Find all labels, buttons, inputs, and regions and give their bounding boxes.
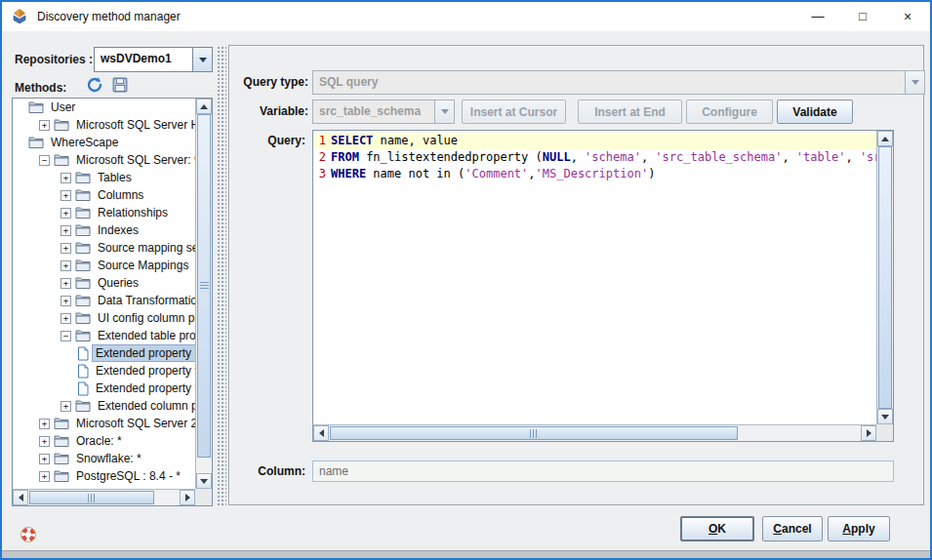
scroll-up-icon[interactable]: [196, 99, 212, 114]
tree-item[interactable]: +Microsoft SQL Server HS: 9: [13, 116, 195, 134]
query-editor[interactable]: 1SELECT name, value2FROM fn_listextended…: [312, 130, 894, 442]
tree-item-label: Microsoft SQL Server 2000: [73, 416, 195, 431]
editor-vscroll-thumb[interactable]: [878, 146, 892, 409]
tree-item[interactable]: +UI config column prope: [13, 309, 195, 327]
collapse-icon[interactable]: −: [39, 155, 50, 166]
repositories-combobox[interactable]: wsDVDemo1: [94, 47, 213, 72]
tree-item[interactable]: −Extended table propert: [13, 327, 195, 344]
tree-item[interactable]: +Snowflake: *: [13, 450, 195, 467]
column-field: name: [312, 460, 894, 482]
tree-item[interactable]: +PostgreSQL : 8.4 - *: [13, 467, 195, 485]
folder-icon: [75, 329, 91, 342]
tree-hscroll-thumb[interactable]: [29, 491, 154, 504]
tree-item[interactable]: WhereScape: [13, 134, 195, 151]
expand-icon[interactable]: +: [39, 471, 50, 482]
scroll-right-icon[interactable]: [861, 425, 876, 441]
scroll-up-icon[interactable]: [877, 131, 893, 146]
editor-horizontal-scrollbar[interactable]: [313, 424, 876, 441]
folder-icon: [54, 153, 69, 167]
expand-icon[interactable]: +: [61, 313, 71, 324]
expand-icon[interactable]: +: [61, 401, 71, 412]
folder-icon: [75, 188, 91, 202]
insert-at-cursor-button: Insert at Cursor: [462, 100, 566, 124]
folder-icon: [75, 311, 91, 325]
folder-icon: [75, 171, 91, 184]
folder-icon: [75, 206, 91, 220]
tree-item[interactable]: +Extended column prop: [13, 397, 195, 415]
tree-item[interactable]: +Relationships: [13, 204, 195, 221]
tree-vscroll-thumb[interactable]: [197, 114, 211, 458]
scroll-left-icon[interactable]: [13, 490, 28, 505]
expand-icon[interactable]: +: [61, 173, 71, 183]
expand-icon[interactable]: +: [61, 225, 71, 236]
expand-icon[interactable]: +: [39, 436, 50, 447]
expand-icon[interactable]: +: [61, 260, 71, 271]
tree-item[interactable]: −Microsoft SQL Server: 9.0 -: [13, 151, 195, 169]
tree-item[interactable]: +Columns: [13, 186, 195, 204]
editor-vertical-scrollbar[interactable]: [876, 131, 893, 424]
expand-icon[interactable]: +: [61, 296, 71, 306]
tree-item[interactable]: +Microsoft SQL Server 2000: [13, 415, 195, 432]
tree-horizontal-scrollbar[interactable]: [13, 489, 195, 505]
panel-splitter[interactable]: [217, 46, 226, 506]
save-icon[interactable]: [111, 76, 129, 94]
folder-icon: [54, 417, 69, 430]
refresh-icon[interactable]: [86, 76, 103, 94]
repositories-value: wsDVDemo1: [95, 48, 192, 71]
tree-item[interactable]: +Oracle: *: [13, 432, 195, 450]
validate-button[interactable]: Validate: [777, 100, 853, 124]
expand-icon[interactable]: +: [61, 243, 71, 254]
tree-item[interactable]: Extended property t: [13, 380, 195, 397]
scroll-down-icon[interactable]: [196, 473, 212, 489]
folder-icon: [54, 118, 69, 132]
tree-item[interactable]: +Indexes: [13, 221, 195, 239]
folder-icon: [54, 469, 69, 483]
expand-icon[interactable]: +: [61, 208, 71, 219]
tree-item[interactable]: +Source Mappings: [13, 257, 195, 274]
tree-item[interactable]: +Queries: [13, 274, 195, 292]
tree-item-label: PostgreSQL : 8.4 - *: [73, 468, 183, 484]
scroll-down-icon[interactable]: [877, 409, 893, 424]
editor-hscroll-thumb[interactable]: [330, 426, 738, 440]
expand-icon[interactable]: +: [61, 190, 71, 201]
scroll-right-icon[interactable]: [180, 490, 195, 505]
tree-item-label: Relationships: [95, 205, 171, 220]
tree-item-label: Extended table propert: [95, 328, 195, 343]
chevron-down-icon[interactable]: [192, 48, 212, 71]
cancel-button[interactable]: Cancel: [762, 516, 823, 541]
expand-icon[interactable]: +: [61, 278, 71, 289]
tree-item-label: Snowflake: *: [73, 451, 144, 466]
tree-item[interactable]: +Data Transformations: [13, 292, 195, 309]
folder-icon: [75, 294, 91, 307]
tree-item-label: WhereScape: [48, 135, 121, 150]
titlebar[interactable]: Discovery method manager — □ ×: [2, 2, 930, 31]
tree-vertical-scrollbar[interactable]: [195, 99, 212, 489]
query-editor-lines[interactable]: 1SELECT name, value2FROM fn_listextended…: [313, 131, 876, 424]
apply-button[interactable]: Apply: [828, 516, 890, 541]
variable-label: Variable:: [229, 104, 308, 118]
tree-item[interactable]: Extended property n: [13, 344, 195, 362]
query-type-combobox: SQL query: [312, 70, 925, 95]
expand-icon[interactable]: +: [39, 419, 50, 429]
code-line: 1SELECT name, value: [313, 133, 876, 149]
maximize-button[interactable]: □: [840, 2, 885, 31]
tree-item-label: Microsoft SQL Server HS: 9: [73, 117, 195, 133]
tree-item-label: Data Transformations: [95, 293, 195, 308]
methods-label: Methods:: [15, 81, 66, 95]
column-label: Column:: [229, 464, 305, 478]
expand-icon[interactable]: +: [39, 454, 50, 464]
minimize-button[interactable]: —: [795, 2, 840, 31]
collapse-icon[interactable]: −: [61, 331, 71, 341]
tree-item[interactable]: +Source mapping sets: [13, 239, 195, 257]
help-lifebuoy-icon[interactable]: [20, 526, 37, 543]
tree-item[interactable]: +Tables: [13, 169, 195, 186]
expand-icon[interactable]: +: [39, 120, 50, 131]
tree-item[interactable]: User: [13, 99, 195, 116]
ok-button[interactable]: OK: [680, 516, 754, 541]
close-button[interactable]: ×: [885, 2, 930, 31]
variable-combobox: src_table_schema: [312, 100, 455, 124]
tree-item-label: Microsoft SQL Server: 9.0 -: [73, 152, 195, 168]
line-number: 1: [316, 133, 326, 149]
scroll-left-icon[interactable]: [313, 425, 329, 441]
tree-item[interactable]: Extended property v: [13, 362, 195, 380]
